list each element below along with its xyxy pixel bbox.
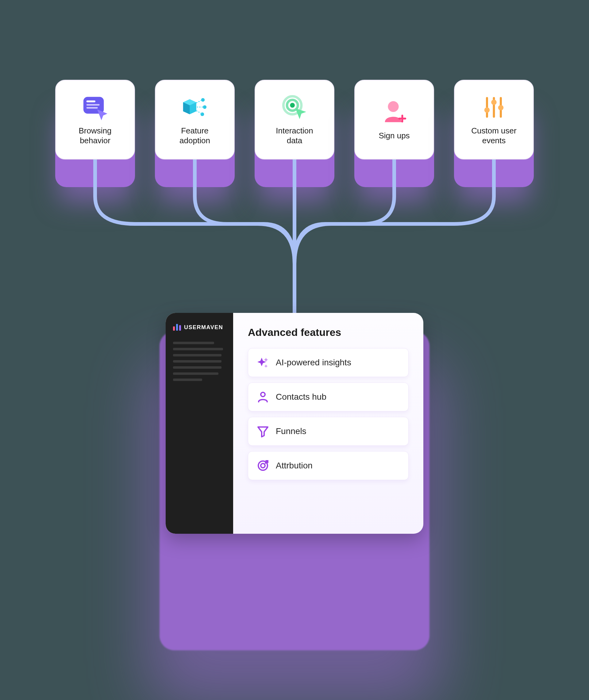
svg-point-16 xyxy=(484,107,490,113)
window-cursor-icon xyxy=(81,94,109,121)
panel-main: Advanced features AI-powered insights xyxy=(233,313,423,534)
source-sign-ups: Sign ups xyxy=(354,80,434,175)
source-label: Custom userevents xyxy=(471,126,516,146)
panel-sidebar: USERMAVEN xyxy=(166,313,233,534)
svg-point-17 xyxy=(491,99,497,105)
brand-name: USERMAVEN xyxy=(184,324,223,331)
svg-rect-2 xyxy=(86,104,100,105)
feature-funnels: Funnels xyxy=(248,417,409,446)
feature-label: AI-powered insights xyxy=(276,358,351,368)
source-interaction-data: Interactiondata xyxy=(255,80,334,175)
svg-point-5 xyxy=(203,105,206,109)
source-label: Featureadoption xyxy=(179,126,210,146)
source-label: Browsingbehavior xyxy=(79,126,112,146)
svg-point-19 xyxy=(261,392,265,397)
feature-ai-insights: AI-powered insights xyxy=(248,348,409,377)
target-icon xyxy=(257,460,269,472)
feature-attribution: Attrbution xyxy=(248,451,409,480)
feature-list: AI-powered insights Contacts hub xyxy=(248,348,409,480)
funnel-icon xyxy=(257,425,269,437)
feature-label: Funnels xyxy=(276,426,307,436)
source-row: Browsingbehavior Featureadopt xyxy=(55,80,534,175)
advanced-features-panel: USERMAVEN Advanced features xyxy=(166,313,423,534)
svg-point-10 xyxy=(388,101,398,112)
feature-label: Contacts hub xyxy=(276,392,327,402)
source-label: Interactiondata xyxy=(276,126,313,146)
svg-point-18 xyxy=(498,105,504,110)
svg-point-21 xyxy=(261,464,265,468)
svg-point-4 xyxy=(201,98,205,101)
sparkle-icon xyxy=(257,357,269,369)
brand-bars-icon xyxy=(173,324,181,331)
svg-point-9 xyxy=(290,103,295,108)
svg-rect-3 xyxy=(86,107,98,108)
sliders-icon xyxy=(480,94,508,121)
feature-contacts-hub: Contacts hub xyxy=(248,383,409,411)
radar-cursor-icon xyxy=(281,94,308,121)
svg-rect-1 xyxy=(86,100,95,102)
source-feature-adoption: Featureadoption xyxy=(155,80,235,175)
source-browsing-behavior: Browsingbehavior xyxy=(55,80,135,175)
source-label: Sign ups xyxy=(379,131,410,141)
cube-nodes-icon xyxy=(181,94,208,121)
person-plus-icon xyxy=(381,99,408,126)
sidebar-placeholders xyxy=(173,342,226,381)
source-custom-user-events: Custom userevents xyxy=(454,80,534,175)
brand-logo: USERMAVEN xyxy=(173,324,226,331)
feature-label: Attrbution xyxy=(276,461,313,471)
person-icon xyxy=(257,391,269,403)
diagram-stage: Browsingbehavior Featureadopt xyxy=(55,80,534,663)
panel-title: Advanced features xyxy=(248,326,409,338)
